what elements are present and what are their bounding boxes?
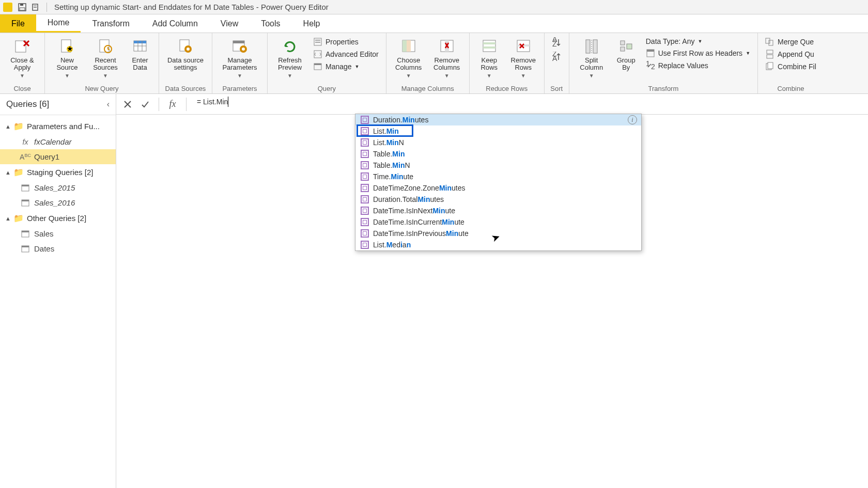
data-source-settings-button[interactable]: Data sourcesettings <box>163 36 208 73</box>
query-item-dates[interactable]: Dates <box>0 241 116 256</box>
autocomplete-item[interactable]: List.Min <box>355 125 641 137</box>
autocomplete-item[interactable]: DateTimeZone.ZoneMinutes <box>355 182 641 194</box>
svg-rect-47 <box>621 41 625 45</box>
tab-transform[interactable]: Transform <box>81 14 141 33</box>
autocomplete-text: List.Min <box>373 127 399 135</box>
first-row-headers-label: Use First Row as Headers <box>658 49 742 57</box>
autocomplete-item[interactable]: DateTime.IsInCurrentMinute <box>355 216 641 228</box>
tab-view[interactable]: View <box>209 14 250 33</box>
remove-columns-button[interactable]: RemoveColumns ▼ <box>429 36 465 80</box>
cancel-formula-button[interactable] <box>120 97 135 112</box>
new-source-icon: ★ <box>58 38 76 55</box>
svg-rect-31 <box>402 40 407 52</box>
svg-rect-45 <box>593 40 597 53</box>
tab-file[interactable]: File <box>0 14 36 33</box>
properties-label: Properties <box>326 38 359 46</box>
collapse-pane-button[interactable]: ‹ <box>107 100 110 109</box>
query-group-other[interactable]: ▲ 📁 Other Queries [2] <box>0 210 116 226</box>
group-label-close: Close <box>4 84 40 92</box>
query-item-fxcalendar[interactable]: fx fxCalendar <box>0 134 116 149</box>
advanced-editor-button[interactable]: Advanced Editor <box>310 49 382 60</box>
autocomplete-text: Table.MinN <box>373 161 410 169</box>
autocomplete-popup: Duration.MinutesiList.MinList.MinNTable.… <box>355 114 642 251</box>
separator <box>159 98 159 111</box>
function-icon: fx <box>21 138 30 146</box>
svg-text:Z: Z <box>552 40 557 48</box>
function-cube-icon <box>361 172 369 181</box>
svg-rect-61 <box>22 185 29 186</box>
autocomplete-item[interactable]: Duration.Minutesi <box>355 114 641 125</box>
remove-columns-label: RemoveColumns <box>433 57 460 72</box>
append-queries-button[interactable]: Append Qu <box>762 49 819 60</box>
fx-icon: fx <box>169 99 176 109</box>
query-group-parameters[interactable]: ▲ 📁 Parameters and Fu... <box>0 118 116 134</box>
query-item-query1[interactable]: ABC Query1 <box>0 149 116 164</box>
split-column-button[interactable]: SplitColumn ▼ <box>574 36 610 80</box>
group-label-reduce-rows: Reduce Rows <box>474 84 540 92</box>
data-type-button[interactable]: Data Type: Any ▼ <box>643 36 753 46</box>
group-by-button[interactable]: GroupBy <box>612 36 641 73</box>
first-row-headers-button[interactable]: Use First Row as Headers ▼ <box>643 48 753 59</box>
enter-data-button[interactable]: EnterData <box>126 36 154 73</box>
query-item-sales[interactable]: Sales <box>0 226 116 241</box>
qat-undo-button[interactable] <box>30 2 41 13</box>
autocomplete-item[interactable]: DateTime.IsInNextMinute <box>355 205 641 216</box>
manage-parameters-button[interactable]: ManageParameters ▼ <box>216 36 263 80</box>
refresh-preview-button[interactable]: RefreshPreview ▼ <box>272 36 308 80</box>
dropdown-caret-icon: ▼ <box>487 73 492 78</box>
formula-input[interactable]: = List.Min <box>193 97 503 112</box>
svg-rect-67 <box>22 246 29 247</box>
remove-rows-button[interactable]: RemoveRows ▼ <box>507 36 540 80</box>
formula-bar: fx = List.Min <box>116 94 868 115</box>
manage-icon <box>313 62 322 71</box>
svg-rect-2 <box>20 8 25 10</box>
autocomplete-item[interactable]: List.MinN <box>355 137 641 148</box>
new-source-button[interactable]: ★ NewSource ▼ <box>49 36 85 80</box>
dropdown-caret-icon: ▼ <box>444 73 450 78</box>
ribbon-group-reduce-rows: KeepRows ▼ RemoveRows ▼ Reduce Rows <box>470 33 545 93</box>
qat-save-button[interactable] <box>17 2 28 13</box>
function-cube-icon <box>361 184 369 192</box>
replace-values-button[interactable]: 12 Replace Values <box>643 60 753 71</box>
close-apply-button[interactable]: Close &Apply ▼ <box>4 36 40 80</box>
query-group-staging[interactable]: ▲ 📁 Staging Queries [2] <box>0 164 116 180</box>
recent-sources-label: RecentSources <box>93 57 118 72</box>
choose-columns-button[interactable]: ChooseColumns ▼ <box>391 36 427 80</box>
query-item-sales2015[interactable]: Sales_2015 <box>0 180 116 195</box>
sort-desc-button[interactable]: ZA <box>549 51 564 63</box>
autocomplete-item[interactable]: Table.Min <box>355 148 641 160</box>
combine-files-button[interactable]: Combine Fil <box>762 61 819 72</box>
fx-button[interactable]: fx <box>165 97 180 112</box>
svg-point-19 <box>187 48 190 51</box>
remove-rows-icon <box>515 38 532 55</box>
keep-rows-button[interactable]: KeepRows ▼ <box>474 36 505 80</box>
tab-help[interactable]: Help <box>292 14 332 33</box>
query-item-label: Sales_2015 <box>34 183 75 192</box>
undo-icon <box>32 3 40 11</box>
sort-asc-button[interactable]: AZ <box>549 36 564 49</box>
append-icon <box>765 50 774 59</box>
info-icon[interactable]: i <box>628 115 637 124</box>
autocomplete-item[interactable]: Time.Minute <box>355 171 641 182</box>
tab-add-column[interactable]: Add Column <box>141 14 209 33</box>
svg-rect-6 <box>16 41 26 52</box>
ribbon-group-close: Close &Apply ▼ Close <box>0 33 45 93</box>
properties-button[interactable]: Properties <box>310 36 382 48</box>
recent-sources-button[interactable]: RecentSources ▼ <box>87 36 123 80</box>
tab-home[interactable]: Home <box>36 14 81 33</box>
tab-tools[interactable]: Tools <box>250 14 291 33</box>
function-cube-icon <box>361 116 369 124</box>
manage-button[interactable]: Manage ▼ <box>310 61 382 72</box>
svg-rect-35 <box>483 40 495 52</box>
autocomplete-item[interactable]: Duration.TotalMinutes <box>355 194 641 205</box>
commit-formula-button[interactable] <box>138 97 152 112</box>
dropdown-caret-icon: ▼ <box>20 73 25 78</box>
query-item-sales2016[interactable]: Sales_2016 <box>0 195 116 210</box>
group-label-combine: Combine <box>762 84 819 92</box>
combine-files-label: Combine Fil <box>778 62 816 71</box>
merge-queries-button[interactable]: Merge Que <box>762 36 819 48</box>
autocomplete-item[interactable]: Table.MinN <box>355 160 641 171</box>
svg-rect-25 <box>315 40 320 41</box>
autocomplete-text: DateTime.IsInNextMinute <box>373 207 455 215</box>
function-cube-icon <box>361 150 369 158</box>
